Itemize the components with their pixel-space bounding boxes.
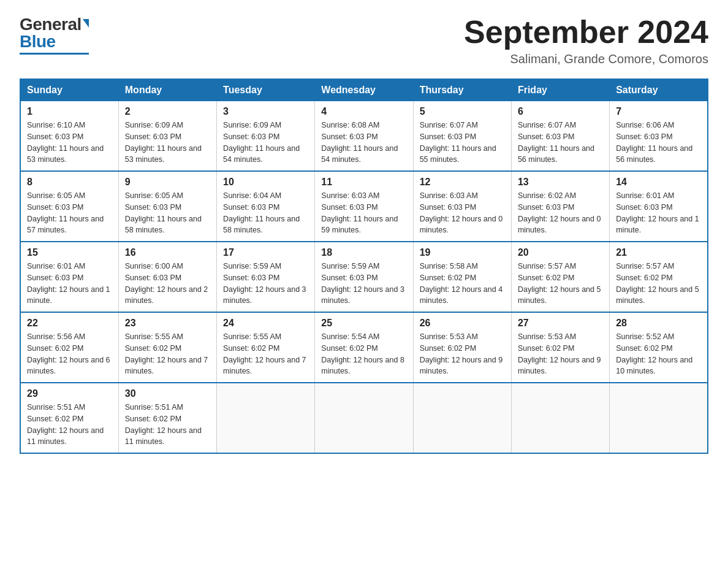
day-info: Sunrise: 6:01 AMSunset: 6:03 PMDaylight:…	[616, 190, 701, 236]
calendar-day-cell: 7Sunrise: 6:06 AMSunset: 6:03 PMDaylight…	[610, 101, 708, 172]
calendar-day-cell: 14Sunrise: 6:01 AMSunset: 6:03 PMDayligh…	[610, 171, 708, 242]
day-info: Sunrise: 6:01 AMSunset: 6:03 PMDaylight:…	[27, 261, 112, 307]
day-info: Sunrise: 6:07 AMSunset: 6:03 PMDaylight:…	[420, 120, 505, 166]
day-number: 13	[518, 177, 603, 188]
calendar-day-cell: 2Sunrise: 6:09 AMSunset: 6:03 PMDaylight…	[118, 101, 216, 172]
calendar-day-cell: 17Sunrise: 5:59 AMSunset: 6:03 PMDayligh…	[217, 242, 315, 312]
day-number: 11	[321, 177, 406, 188]
day-info: Sunrise: 5:57 AMSunset: 6:02 PMDaylight:…	[518, 261, 603, 307]
day-number: 5	[420, 106, 505, 117]
day-number: 26	[420, 318, 505, 329]
calendar-week-row: 8Sunrise: 6:05 AMSunset: 6:03 PMDaylight…	[20, 171, 708, 242]
day-info: Sunrise: 5:55 AMSunset: 6:02 PMDaylight:…	[223, 331, 308, 377]
day-number: 22	[27, 318, 112, 329]
day-info: Sunrise: 6:00 AMSunset: 6:03 PMDaylight:…	[125, 261, 210, 307]
day-number: 12	[420, 177, 505, 188]
calendar-day-cell: 11Sunrise: 6:03 AMSunset: 6:03 PMDayligh…	[315, 171, 413, 242]
day-number: 23	[125, 318, 210, 329]
calendar-day-cell: 29Sunrise: 5:51 AMSunset: 6:02 PMDayligh…	[20, 383, 118, 453]
day-info: Sunrise: 5:55 AMSunset: 6:02 PMDaylight:…	[125, 331, 210, 377]
logo-blue-text: Blue	[20, 32, 56, 52]
day-number: 30	[125, 388, 210, 399]
calendar-day-cell	[315, 383, 413, 453]
calendar-day-cell: 18Sunrise: 5:59 AMSunset: 6:03 PMDayligh…	[315, 242, 413, 312]
day-number: 27	[518, 318, 603, 329]
weekday-header-sunday: Sunday	[20, 79, 118, 101]
day-number: 29	[27, 388, 112, 399]
calendar-day-cell: 30Sunrise: 5:51 AMSunset: 6:02 PMDayligh…	[118, 383, 216, 453]
calendar-day-cell: 27Sunrise: 5:53 AMSunset: 6:02 PMDayligh…	[511, 312, 609, 383]
calendar-day-cell: 20Sunrise: 5:57 AMSunset: 6:02 PMDayligh…	[511, 242, 609, 312]
calendar-day-cell: 24Sunrise: 5:55 AMSunset: 6:02 PMDayligh…	[217, 312, 315, 383]
weekday-header-friday: Friday	[511, 79, 609, 101]
day-info: Sunrise: 6:10 AMSunset: 6:03 PMDaylight:…	[27, 120, 112, 166]
day-info: Sunrise: 6:06 AMSunset: 6:03 PMDaylight:…	[616, 120, 701, 166]
month-title: September 2024	[464, 15, 708, 50]
calendar-day-cell: 25Sunrise: 5:54 AMSunset: 6:02 PMDayligh…	[315, 312, 413, 383]
calendar-table: SundayMondayTuesdayWednesdayThursdayFrid…	[20, 79, 708, 454]
calendar-day-cell: 13Sunrise: 6:02 AMSunset: 6:03 PMDayligh…	[511, 171, 609, 242]
day-info: Sunrise: 5:52 AMSunset: 6:02 PMDaylight:…	[616, 331, 701, 377]
day-number: 24	[223, 318, 308, 329]
day-number: 15	[27, 247, 112, 258]
day-info: Sunrise: 6:05 AMSunset: 6:03 PMDaylight:…	[125, 190, 210, 236]
logo: General Blue	[20, 15, 89, 55]
day-info: Sunrise: 5:51 AMSunset: 6:02 PMDaylight:…	[125, 402, 210, 448]
calendar-day-cell: 28Sunrise: 5:52 AMSunset: 6:02 PMDayligh…	[610, 312, 708, 383]
day-number: 25	[321, 318, 406, 329]
calendar-day-cell: 3Sunrise: 6:09 AMSunset: 6:03 PMDaylight…	[217, 101, 315, 172]
weekday-header-saturday: Saturday	[610, 79, 708, 101]
calendar-day-cell: 8Sunrise: 6:05 AMSunset: 6:03 PMDaylight…	[20, 171, 118, 242]
title-block: September 2024 Salimani, Grande Comore, …	[464, 15, 708, 66]
day-number: 1	[27, 106, 112, 117]
calendar-day-cell: 4Sunrise: 6:08 AMSunset: 6:03 PMDaylight…	[315, 101, 413, 172]
day-number: 14	[616, 177, 701, 188]
day-info: Sunrise: 6:04 AMSunset: 6:03 PMDaylight:…	[223, 190, 308, 236]
day-info: Sunrise: 6:07 AMSunset: 6:03 PMDaylight:…	[518, 120, 603, 166]
calendar-day-cell: 23Sunrise: 5:55 AMSunset: 6:02 PMDayligh…	[118, 312, 216, 383]
day-info: Sunrise: 6:08 AMSunset: 6:03 PMDaylight:…	[321, 120, 406, 166]
calendar-week-row: 1Sunrise: 6:10 AMSunset: 6:03 PMDaylight…	[20, 101, 708, 172]
page-header: General Blue September 2024 Salimani, Gr…	[20, 15, 708, 66]
calendar-day-cell: 21Sunrise: 5:57 AMSunset: 6:02 PMDayligh…	[610, 242, 708, 312]
day-info: Sunrise: 5:53 AMSunset: 6:02 PMDaylight:…	[518, 331, 603, 377]
calendar-week-row: 29Sunrise: 5:51 AMSunset: 6:02 PMDayligh…	[20, 383, 708, 453]
calendar-day-cell	[610, 383, 708, 453]
day-info: Sunrise: 5:57 AMSunset: 6:02 PMDaylight:…	[616, 261, 701, 307]
calendar-day-cell: 9Sunrise: 6:05 AMSunset: 6:03 PMDaylight…	[118, 171, 216, 242]
day-info: Sunrise: 5:59 AMSunset: 6:03 PMDaylight:…	[223, 261, 308, 307]
day-info: Sunrise: 6:02 AMSunset: 6:03 PMDaylight:…	[518, 190, 603, 236]
weekday-header-thursday: Thursday	[413, 79, 511, 101]
day-number: 3	[223, 106, 308, 117]
calendar-day-cell: 19Sunrise: 5:58 AMSunset: 6:02 PMDayligh…	[413, 242, 511, 312]
day-info: Sunrise: 5:58 AMSunset: 6:02 PMDaylight:…	[420, 261, 505, 307]
day-number: 2	[125, 106, 210, 117]
day-number: 7	[616, 106, 701, 117]
calendar-day-cell: 26Sunrise: 5:53 AMSunset: 6:02 PMDayligh…	[413, 312, 511, 383]
day-info: Sunrise: 6:09 AMSunset: 6:03 PMDaylight:…	[125, 120, 210, 166]
logo-triangle-icon	[83, 19, 89, 28]
weekday-header-monday: Monday	[118, 79, 216, 101]
calendar-week-row: 15Sunrise: 6:01 AMSunset: 6:03 PMDayligh…	[20, 242, 708, 312]
calendar-day-cell	[217, 383, 315, 453]
day-info: Sunrise: 5:54 AMSunset: 6:02 PMDaylight:…	[321, 331, 406, 377]
day-number: 21	[616, 247, 701, 258]
calendar-day-cell: 16Sunrise: 6:00 AMSunset: 6:03 PMDayligh…	[118, 242, 216, 312]
calendar-day-cell	[413, 383, 511, 453]
day-number: 19	[420, 247, 505, 258]
day-number: 9	[125, 177, 210, 188]
day-number: 20	[518, 247, 603, 258]
day-info: Sunrise: 6:03 AMSunset: 6:03 PMDaylight:…	[321, 190, 406, 236]
day-info: Sunrise: 5:56 AMSunset: 6:02 PMDaylight:…	[27, 331, 112, 377]
calendar-day-cell	[511, 383, 609, 453]
day-info: Sunrise: 6:09 AMSunset: 6:03 PMDaylight:…	[223, 120, 308, 166]
calendar-day-cell: 6Sunrise: 6:07 AMSunset: 6:03 PMDaylight…	[511, 101, 609, 172]
calendar-day-cell: 10Sunrise: 6:04 AMSunset: 6:03 PMDayligh…	[217, 171, 315, 242]
calendar-day-cell: 22Sunrise: 5:56 AMSunset: 6:02 PMDayligh…	[20, 312, 118, 383]
day-number: 28	[616, 318, 701, 329]
calendar-day-cell: 12Sunrise: 6:03 AMSunset: 6:03 PMDayligh…	[413, 171, 511, 242]
day-number: 10	[223, 177, 308, 188]
weekday-header-row: SundayMondayTuesdayWednesdayThursdayFrid…	[20, 79, 708, 101]
location-subtitle: Salimani, Grande Comore, Comoros	[464, 52, 708, 66]
day-info: Sunrise: 6:03 AMSunset: 6:03 PMDaylight:…	[420, 190, 505, 236]
